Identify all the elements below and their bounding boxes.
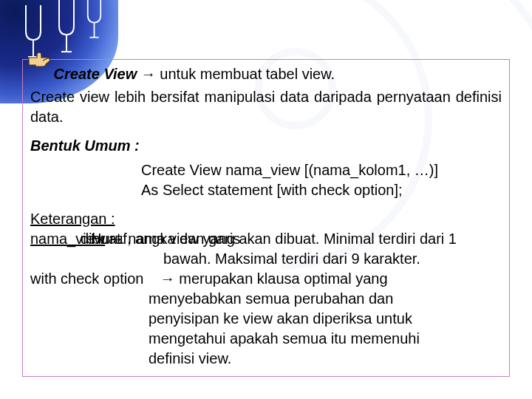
title-line: Create View → untuk membuat tabel view. bbox=[30, 64, 502, 84]
slide-content: Create View → untuk membuat tabel view. … bbox=[22, 59, 510, 377]
row2-arrow: → bbox=[160, 270, 175, 287]
syntax-line-1: Create View nama_view [(nama_kolom1, …)] bbox=[141, 160, 502, 180]
row2-line-1: merupakan klausa optimal yang bbox=[179, 270, 387, 287]
syntax-line-2: As Select statement [with check option]; bbox=[141, 180, 502, 200]
row2-line-2: menyebabkan semua perubahan dan bbox=[30, 289, 502, 309]
keterangan-row-2: with check option → merupakan klausa opt… bbox=[30, 269, 502, 289]
hand-pointer-icon bbox=[27, 50, 52, 69]
row2-line-3: penyisipan ke view akan diperiksa untuk bbox=[30, 309, 502, 329]
title-rest: untuk membuat tabel view. bbox=[160, 66, 335, 82]
bentuk-umum-label: Bentuk Umum : bbox=[30, 136, 502, 156]
syntax-block: Create View nama_view [(nama_kolom1, …)]… bbox=[30, 160, 502, 200]
row2-label: with check option bbox=[30, 270, 143, 287]
row1-overlap-c: Huruf, angka dan garis bbox=[91, 231, 240, 247]
title-strong: Create View bbox=[54, 66, 137, 82]
keterangan-row-1: placeholder nama_view → nama view yang a… bbox=[30, 229, 502, 249]
row2-line-5: definisi view. bbox=[30, 349, 502, 369]
row1-continuation: bawah. Maksimal terdiri dari 9 karakter. bbox=[30, 249, 502, 269]
keterangan-label: Keterangan : bbox=[30, 209, 502, 229]
title-arrow: → bbox=[141, 66, 156, 82]
paragraph-1: Create view lebih bersifat manipulasi da… bbox=[30, 87, 502, 127]
row2-line-4: mengetahui apakah semua itu memenuhi bbox=[30, 329, 502, 349]
